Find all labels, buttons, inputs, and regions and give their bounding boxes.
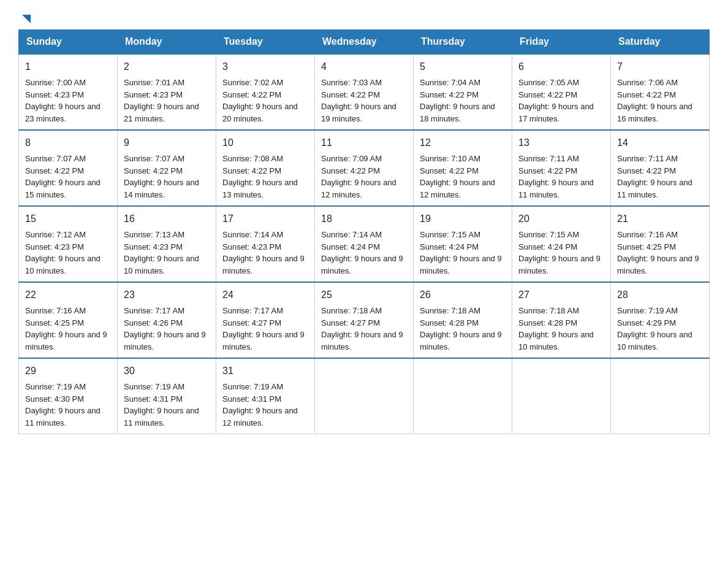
sunset-label: Sunset: 4:22 PM — [222, 90, 281, 99]
day-number: 28 — [617, 288, 703, 302]
daylight-label: Daylight: 9 hours and 11 minutes. — [25, 406, 100, 427]
sunrise-label: Sunrise: 7:03 AM — [321, 78, 382, 87]
day-number: 16 — [124, 212, 210, 226]
calendar-day-cell: 10 Sunrise: 7:08 AM Sunset: 4:22 PM Dayl… — [216, 130, 315, 206]
sunrise-label: Sunrise: 7:11 AM — [617, 154, 678, 163]
sunrise-label: Sunrise: 7:18 AM — [321, 306, 382, 315]
calendar-day-cell: 3 Sunrise: 7:02 AM Sunset: 4:22 PM Dayli… — [216, 54, 315, 130]
day-info: Sunrise: 7:12 AM Sunset: 4:23 PM Dayligh… — [25, 229, 111, 277]
calendar-table: SundayMondayTuesdayWednesdayThursdayFrid… — [18, 29, 710, 434]
page-header — [18, 12, 710, 23]
day-info: Sunrise: 7:18 AM Sunset: 4:27 PM Dayligh… — [321, 305, 407, 353]
daylight-label: Daylight: 9 hours and 20 minutes. — [222, 102, 298, 123]
day-info: Sunrise: 7:15 AM Sunset: 4:24 PM Dayligh… — [518, 229, 604, 277]
calendar-week-row: 15 Sunrise: 7:12 AM Sunset: 4:23 PM Dayl… — [19, 206, 710, 282]
day-number: 8 — [25, 136, 111, 150]
calendar-day-cell: 22 Sunrise: 7:16 AM Sunset: 4:25 PM Dayl… — [19, 282, 118, 358]
sunrise-label: Sunrise: 7:19 AM — [222, 382, 283, 391]
day-info: Sunrise: 7:18 AM Sunset: 4:28 PM Dayligh… — [420, 305, 506, 353]
calendar-day-cell: 21 Sunrise: 7:16 AM Sunset: 4:25 PM Dayl… — [611, 206, 710, 282]
header-monday: Monday — [118, 30, 216, 55]
day-number: 12 — [420, 136, 506, 150]
sunset-label: Sunset: 4:23 PM — [124, 90, 183, 99]
sunset-label: Sunset: 4:26 PM — [124, 318, 183, 327]
sunrise-label: Sunrise: 7:00 AM — [25, 78, 86, 87]
sunset-label: Sunset: 4:24 PM — [518, 242, 577, 251]
day-info: Sunrise: 7:11 AM Sunset: 4:22 PM Dayligh… — [518, 153, 604, 201]
sunrise-label: Sunrise: 7:10 AM — [420, 154, 480, 163]
sunrise-label: Sunrise: 7:13 AM — [124, 230, 184, 239]
day-number: 21 — [617, 212, 703, 226]
day-number: 17 — [222, 212, 308, 226]
calendar-week-row: 8 Sunrise: 7:07 AM Sunset: 4:22 PM Dayli… — [19, 130, 710, 206]
day-number: 29 — [25, 364, 111, 378]
daylight-label: Daylight: 9 hours and 9 minutes. — [420, 254, 502, 275]
daylight-label: Daylight: 9 hours and 21 minutes. — [124, 102, 199, 123]
day-number: 15 — [25, 212, 111, 226]
day-info: Sunrise: 7:02 AM Sunset: 4:22 PM Dayligh… — [222, 77, 308, 124]
header-thursday: Thursday — [414, 30, 512, 55]
day-info: Sunrise: 7:04 AM Sunset: 4:22 PM Dayligh… — [420, 77, 506, 124]
day-number: 26 — [420, 288, 506, 302]
day-info: Sunrise: 7:18 AM Sunset: 4:28 PM Dayligh… — [518, 305, 604, 353]
day-number: 20 — [518, 212, 604, 226]
calendar-day-cell: 27 Sunrise: 7:18 AM Sunset: 4:28 PM Dayl… — [512, 282, 611, 358]
daylight-label: Daylight: 9 hours and 12 minutes. — [420, 178, 495, 199]
day-info: Sunrise: 7:01 AM Sunset: 4:23 PM Dayligh… — [124, 77, 210, 124]
sunrise-label: Sunrise: 7:19 AM — [617, 306, 678, 315]
sunset-label: Sunset: 4:22 PM — [617, 90, 676, 99]
daylight-label: Daylight: 9 hours and 14 minutes. — [124, 178, 199, 199]
day-number: 5 — [420, 59, 506, 74]
day-number: 22 — [25, 288, 111, 302]
calendar-day-cell — [611, 358, 710, 434]
day-info: Sunrise: 7:05 AM Sunset: 4:22 PM Dayligh… — [518, 77, 604, 124]
calendar-day-cell: 17 Sunrise: 7:14 AM Sunset: 4:23 PM Dayl… — [216, 206, 315, 282]
daylight-label: Daylight: 9 hours and 11 minutes. — [124, 406, 199, 427]
sunrise-label: Sunrise: 7:07 AM — [124, 154, 184, 163]
sunrise-label: Sunrise: 7:06 AM — [617, 78, 678, 87]
day-info: Sunrise: 7:17 AM Sunset: 4:27 PM Dayligh… — [222, 305, 308, 353]
header-sunday: Sunday — [19, 30, 118, 55]
daylight-label: Daylight: 9 hours and 10 minutes. — [617, 330, 692, 351]
calendar-day-cell: 6 Sunrise: 7:05 AM Sunset: 4:22 PM Dayli… — [512, 54, 611, 130]
sunrise-label: Sunrise: 7:16 AM — [617, 230, 678, 239]
sunset-label: Sunset: 4:25 PM — [25, 318, 84, 327]
daylight-label: Daylight: 9 hours and 9 minutes. — [25, 330, 107, 351]
daylight-label: Daylight: 9 hours and 18 minutes. — [420, 102, 495, 123]
sunrise-label: Sunrise: 7:19 AM — [25, 382, 86, 391]
svg-marker-0 — [22, 15, 31, 23]
daylight-label: Daylight: 9 hours and 15 minutes. — [25, 178, 100, 199]
day-number: 30 — [124, 364, 210, 378]
day-info: Sunrise: 7:03 AM Sunset: 4:22 PM Dayligh… — [321, 77, 407, 124]
sunset-label: Sunset: 4:31 PM — [124, 394, 183, 404]
sunset-label: Sunset: 4:22 PM — [222, 166, 281, 175]
day-info: Sunrise: 7:00 AM Sunset: 4:23 PM Dayligh… — [25, 77, 111, 124]
daylight-label: Daylight: 9 hours and 9 minutes. — [617, 254, 699, 275]
sunset-label: Sunset: 4:22 PM — [420, 166, 479, 175]
sunrise-label: Sunrise: 7:02 AM — [222, 78, 283, 87]
sunset-label: Sunset: 4:22 PM — [321, 166, 380, 175]
daylight-label: Daylight: 9 hours and 17 minutes. — [518, 102, 594, 123]
day-number: 19 — [420, 212, 506, 226]
sunrise-label: Sunrise: 7:09 AM — [321, 154, 382, 163]
calendar-day-cell: 9 Sunrise: 7:07 AM Sunset: 4:22 PM Dayli… — [118, 130, 216, 206]
sunrise-label: Sunrise: 7:05 AM — [518, 78, 579, 87]
calendar-week-row: 22 Sunrise: 7:16 AM Sunset: 4:25 PM Dayl… — [19, 282, 710, 358]
sunrise-label: Sunrise: 7:07 AM — [25, 154, 86, 163]
calendar-week-row: 1 Sunrise: 7:00 AM Sunset: 4:23 PM Dayli… — [19, 54, 710, 130]
day-info: Sunrise: 7:14 AM Sunset: 4:24 PM Dayligh… — [321, 229, 407, 277]
day-number: 23 — [124, 288, 210, 302]
daylight-label: Daylight: 9 hours and 10 minutes. — [518, 330, 594, 351]
day-info: Sunrise: 7:09 AM Sunset: 4:22 PM Dayligh… — [321, 153, 407, 201]
sunrise-label: Sunrise: 7:15 AM — [420, 230, 480, 239]
header-saturday: Saturday — [611, 30, 710, 55]
daylight-label: Daylight: 9 hours and 13 minutes. — [222, 178, 298, 199]
day-number: 9 — [124, 136, 210, 150]
sunrise-label: Sunrise: 7:17 AM — [222, 306, 283, 315]
day-number: 2 — [124, 59, 210, 74]
header-tuesday: Tuesday — [216, 30, 315, 55]
sunrise-label: Sunrise: 7:19 AM — [124, 382, 184, 391]
day-info: Sunrise: 7:10 AM Sunset: 4:22 PM Dayligh… — [420, 153, 506, 201]
day-number: 27 — [518, 288, 604, 302]
day-info: Sunrise: 7:17 AM Sunset: 4:26 PM Dayligh… — [124, 305, 210, 353]
